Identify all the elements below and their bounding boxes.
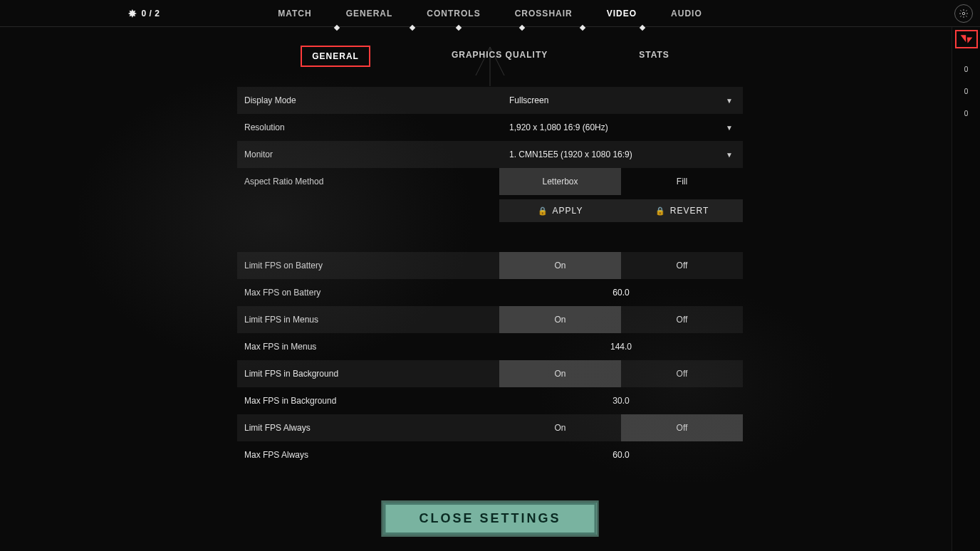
social-sidebar: 0 0 0 bbox=[952, 27, 980, 551]
apply-button[interactable]: 🔒 APPLY bbox=[499, 199, 621, 222]
aspect-ratio-letterbox[interactable]: Letterbox bbox=[499, 168, 621, 195]
limit-fps-bg-on[interactable]: On bbox=[499, 360, 621, 387]
aspect-ratio-fill[interactable]: Fill bbox=[621, 168, 743, 195]
toggle-aspect-ratio: Letterbox Fill bbox=[499, 168, 743, 195]
subtab-graphics-quality[interactable]: GRAPHICS QUALITY bbox=[442, 46, 558, 67]
max-fps-always-value[interactable]: 60.0 bbox=[499, 441, 743, 468]
limit-fps-always-off[interactable]: Off bbox=[621, 414, 743, 441]
game-logo-icon[interactable] bbox=[955, 30, 978, 48]
row-resolution: Resolution 1,920 x 1,080 16:9 (60Hz) ▼ bbox=[237, 114, 743, 141]
row-limit-fps-battery: Limit FPS on Battery On Off bbox=[237, 252, 743, 279]
chevron-down-icon: ▼ bbox=[726, 151, 733, 159]
subtab-stats[interactable]: STATS bbox=[629, 46, 679, 67]
tab-match[interactable]: MATCH bbox=[278, 9, 311, 19]
dropdown-monitor[interactable]: 1. CMN15E5 (1920 x 1080 16:9) ▼ bbox=[499, 141, 743, 168]
label-aspect-ratio: Aspect Ratio Method bbox=[237, 168, 499, 195]
label-display-mode: Display Mode bbox=[237, 87, 499, 114]
subtab-general[interactable]: GENERAL bbox=[301, 46, 370, 67]
tab-audio[interactable]: AUDIO bbox=[671, 9, 702, 19]
sidebar-count-1: 0 bbox=[964, 65, 969, 73]
label-monitor: Monitor bbox=[237, 141, 499, 168]
svg-point-0 bbox=[962, 12, 965, 15]
row-monitor: Monitor 1. CMN15E5 (1920 x 1080 16:9) ▼ bbox=[237, 141, 743, 168]
limit-fps-menus-off[interactable]: Off bbox=[621, 306, 743, 333]
row-max-fps-battery: Max FPS on Battery 60.0 bbox=[237, 279, 743, 306]
row-max-fps-background: Max FPS in Background 30.0 bbox=[237, 387, 743, 414]
max-fps-battery-value[interactable]: 60.0 bbox=[499, 279, 743, 306]
currency-indicator: ✸ 0 / 2 bbox=[128, 8, 160, 19]
limit-fps-menus-on[interactable]: On bbox=[499, 306, 621, 333]
video-subtabs: GENERAL GRAPHICS QUALITY STATS bbox=[0, 46, 980, 67]
spark-icon: ✸ bbox=[128, 8, 137, 19]
tab-crosshair[interactable]: CROSSHAIR bbox=[515, 9, 573, 19]
max-fps-menus-value[interactable]: 144.0 bbox=[499, 333, 743, 360]
limit-fps-battery-off[interactable]: Off bbox=[621, 252, 743, 279]
settings-tabs: MATCH GENERAL CONTROLS CROSSHAIR VIDEO A… bbox=[278, 9, 702, 19]
limit-fps-battery-on[interactable]: On bbox=[499, 252, 621, 279]
row-max-fps-always: Max FPS Always 60.0 bbox=[237, 441, 743, 468]
currency-value: 0 / 2 bbox=[142, 9, 160, 19]
max-fps-bg-value[interactable]: 30.0 bbox=[499, 387, 743, 414]
lock-icon: 🔒 bbox=[538, 206, 548, 216]
row-max-fps-menus: Max FPS in Menus 144.0 bbox=[237, 333, 743, 360]
sidebar-count-3: 0 bbox=[964, 110, 969, 117]
tab-controls[interactable]: CONTROLS bbox=[427, 9, 480, 19]
dropdown-resolution[interactable]: 1,920 x 1,080 16:9 (60Hz) ▼ bbox=[499, 114, 743, 141]
top-bar: ✸ 0 / 2 MATCH GENERAL CONTROLS CROSSHAIR… bbox=[0, 0, 980, 27]
limit-fps-bg-off[interactable]: Off bbox=[621, 360, 743, 387]
apply-revert-row: 🔒 APPLY 🔒 REVERT bbox=[237, 199, 743, 222]
sidebar-count-2: 0 bbox=[964, 88, 969, 95]
row-limit-fps-always: Limit FPS Always On Off bbox=[237, 414, 743, 441]
lock-icon: 🔒 bbox=[655, 206, 666, 216]
revert-button[interactable]: 🔒 REVERT bbox=[621, 199, 743, 222]
close-settings-button[interactable]: CLOSE SETTINGS bbox=[381, 500, 598, 537]
limit-fps-always-on[interactable]: On bbox=[499, 414, 621, 441]
tab-video[interactable]: VIDEO bbox=[607, 9, 637, 19]
dropdown-display-mode[interactable]: Fullscreen ▼ bbox=[499, 87, 743, 114]
row-limit-fps-background: Limit FPS in Background On Off bbox=[237, 360, 743, 387]
chevron-down-icon: ▼ bbox=[726, 124, 733, 132]
chevron-down-icon: ▼ bbox=[726, 97, 733, 105]
video-settings-panel: Display Mode Fullscreen ▼ Resolution 1,9… bbox=[237, 87, 743, 468]
settings-gear-icon[interactable] bbox=[954, 4, 973, 23]
label-resolution: Resolution bbox=[237, 114, 499, 141]
row-display-mode: Display Mode Fullscreen ▼ bbox=[237, 87, 743, 114]
row-limit-fps-menus: Limit FPS in Menus On Off bbox=[237, 306, 743, 333]
row-aspect-ratio: Aspect Ratio Method Letterbox Fill bbox=[237, 168, 743, 195]
tab-general[interactable]: GENERAL bbox=[346, 9, 393, 19]
